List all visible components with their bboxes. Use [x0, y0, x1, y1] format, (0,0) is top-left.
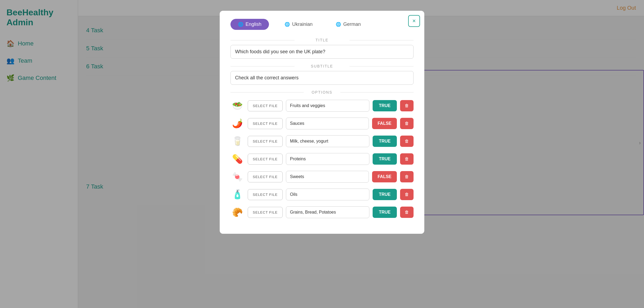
option-row-6: 🧴SELECT FILETRUE🗑: [230, 187, 414, 201]
options-section-label: OPTIONS: [230, 90, 414, 94]
option-answer-button-4[interactable]: TRUE: [373, 153, 397, 165]
option-icon-7: 🥐: [230, 205, 244, 219]
option-answer-button-1[interactable]: TRUE: [373, 100, 397, 111]
modal-scroll-area[interactable]: 🌐 English 🌐 Ukrainian 🌐 German TITLE SUB…: [220, 11, 424, 234]
modal-close-button[interactable]: ×: [408, 15, 420, 27]
option-delete-button-7[interactable]: 🗑: [400, 207, 414, 218]
option-delete-button-4[interactable]: 🗑: [400, 153, 414, 165]
english-flag-icon: 🌐: [238, 22, 243, 27]
option-text-input-5[interactable]: [286, 171, 369, 183]
option-text-input-4[interactable]: [286, 153, 369, 165]
option-answer-button-6[interactable]: TRUE: [373, 189, 397, 200]
option-text-input-2[interactable]: [286, 118, 369, 129]
title-input[interactable]: [230, 45, 414, 59]
select-file-button-5[interactable]: SELECT FILE: [248, 171, 283, 182]
option-icon-6: 🧴: [230, 187, 244, 201]
option-text-input-7[interactable]: [286, 206, 369, 218]
option-text-input-1[interactable]: [286, 100, 369, 112]
select-file-button-7[interactable]: SELECT FILE: [248, 207, 283, 218]
german-flag-icon: 🌐: [336, 22, 341, 27]
ukrainian-flag-icon: 🌐: [285, 22, 290, 27]
option-delete-button-5[interactable]: 🗑: [400, 171, 414, 182]
option-answer-button-3[interactable]: TRUE: [373, 136, 397, 147]
option-icon-4: 💊: [230, 152, 244, 166]
subtitle-section-label: SUBTITLE: [230, 64, 414, 68]
subtitle-input[interactable]: [230, 71, 414, 85]
option-answer-button-5[interactable]: FALSE: [372, 171, 397, 182]
option-icon-1: 🥗: [230, 99, 244, 113]
select-file-button-2[interactable]: SELECT FILE: [248, 118, 283, 129]
option-icon-5: 🍬: [230, 170, 244, 184]
option-delete-button-3[interactable]: 🗑: [400, 136, 414, 147]
option-row-2: 🌶️SELECT FILEFALSE🗑: [230, 116, 414, 130]
tab-ukrainian[interactable]: 🌐 Ukrainian: [277, 19, 320, 30]
options-list: 🥗SELECT FILETRUE🗑🌶️SELECT FILEFALSE🗑🥛SEL…: [230, 99, 414, 219]
tab-english[interactable]: 🌐 English: [230, 19, 269, 30]
modal-dialog: × 🌐 English 🌐 Ukrainian 🌐 German TITLE S…: [220, 11, 424, 234]
option-answer-button-7[interactable]: TRUE: [373, 207, 397, 218]
tab-ukrainian-label: Ukrainian: [292, 22, 313, 27]
tab-english-label: English: [246, 22, 261, 27]
tab-german-label: German: [343, 22, 361, 27]
language-tabs: 🌐 English 🌐 Ukrainian 🌐 German: [230, 19, 414, 30]
option-answer-button-2[interactable]: FALSE: [372, 118, 397, 129]
option-icon-3: 🥛: [230, 134, 244, 148]
select-file-button-4[interactable]: SELECT FILE: [248, 154, 283, 165]
select-file-button-3[interactable]: SELECT FILE: [248, 136, 283, 147]
option-delete-button-1[interactable]: 🗑: [400, 100, 414, 111]
option-text-input-6[interactable]: [286, 189, 369, 200]
select-file-button-1[interactable]: SELECT FILE: [248, 100, 283, 111]
option-row-3: 🥛SELECT FILETRUE🗑: [230, 134, 414, 148]
option-icon-2: 🌶️: [230, 116, 244, 130]
select-file-button-6[interactable]: SELECT FILE: [248, 189, 283, 200]
option-row-7: 🥐SELECT FILETRUE🗑: [230, 205, 414, 219]
option-row-1: 🥗SELECT FILETRUE🗑: [230, 99, 414, 113]
tab-german[interactable]: 🌐 German: [328, 19, 368, 30]
option-delete-button-2[interactable]: 🗑: [400, 118, 414, 129]
option-row-5: 🍬SELECT FILEFALSE🗑: [230, 170, 414, 184]
option-row-4: 💊SELECT FILETRUE🗑: [230, 152, 414, 166]
option-delete-button-6[interactable]: 🗑: [400, 189, 414, 200]
option-text-input-3[interactable]: [286, 135, 369, 147]
title-section-label: TITLE: [230, 38, 414, 42]
